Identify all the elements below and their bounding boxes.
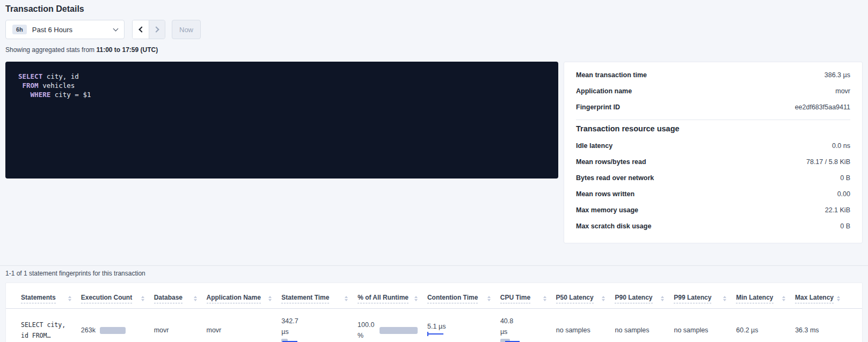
- statement-time-bar-chart: [281, 339, 303, 342]
- resource-row: Bytes read over network 0 B: [576, 170, 850, 186]
- column-header-label[interactable]: Min Latency: [736, 294, 773, 303]
- chevron-down-icon: [113, 26, 119, 31]
- sql-text: vehicles: [39, 81, 75, 90]
- column-header-statements[interactable]: Statements: [21, 294, 81, 303]
- summary-label: Fingerprint ID: [576, 103, 620, 111]
- p50-latency-cell: no samples: [556, 326, 615, 334]
- column-header-statement-time[interactable]: Statement Time: [281, 294, 358, 303]
- statement-fingerprint-link[interactable]: SELECT city,id FROM…: [21, 319, 71, 341]
- column-header-cpu-time[interactable]: CPU Time: [500, 294, 556, 303]
- sort-icon[interactable]: [782, 296, 785, 302]
- sort-icon[interactable]: [543, 296, 546, 302]
- sort-icon[interactable]: [723, 296, 726, 302]
- sort-icon[interactable]: [68, 296, 71, 302]
- column-header-max-latency[interactable]: Max Latency: [795, 294, 847, 303]
- previous-interval-button[interactable]: [133, 20, 149, 39]
- sort-icon[interactable]: [661, 296, 664, 302]
- execution-count-bar: [100, 327, 126, 334]
- column-header-execution-count[interactable]: Execution Count: [81, 294, 154, 303]
- column-header-label[interactable]: Max Latency: [795, 294, 834, 303]
- cpu-time-bar-chart: [500, 339, 522, 342]
- contention-time-bar-chart: [427, 332, 449, 338]
- resource-value: 0 B: [840, 174, 850, 182]
- resource-label: Max memory usage: [576, 206, 638, 214]
- column-header-percent-runtime[interactable]: % of All Runtime: [358, 294, 427, 303]
- statement-line: SELECT city,: [21, 321, 65, 329]
- now-button[interactable]: Now: [172, 20, 201, 39]
- divider: [576, 120, 850, 120]
- column-header-label[interactable]: CPU Time: [500, 294, 530, 303]
- chevron-left-icon: [138, 26, 144, 32]
- aggregation-range-prefix: Showing aggregated stats from: [5, 46, 94, 54]
- column-header-label[interactable]: Statement Time: [281, 294, 329, 303]
- resource-value: 0.00: [837, 190, 850, 198]
- summary-row: Application name movr: [576, 83, 850, 99]
- resource-label: Mean rows written: [576, 190, 634, 198]
- sort-icon[interactable]: [837, 296, 840, 302]
- resource-value: 78.17 / 5.8 KiB: [806, 158, 850, 166]
- sort-icon[interactable]: [194, 296, 197, 302]
- summary-value: ee2df683f5aa9411: [795, 103, 850, 111]
- statement-time-cell: 342.7µs: [281, 316, 358, 342]
- max-latency-cell: 36.3 ms: [795, 326, 847, 334]
- column-header-p90-latency[interactable]: P90 Latency: [615, 294, 674, 303]
- statements-table: Statements Execution Count Database Appl…: [5, 282, 863, 342]
- chevron-right-icon: [153, 26, 159, 32]
- column-header-label[interactable]: Database: [154, 294, 183, 303]
- resource-usage-heading: Transaction resource usage: [576, 124, 850, 133]
- summary-label: Mean transaction time: [576, 71, 647, 79]
- column-header-label[interactable]: P99 Latency: [674, 294, 711, 303]
- column-header-p99-latency[interactable]: P99 Latency: [674, 294, 736, 303]
- percent-runtime-value: 100.0%: [358, 319, 374, 341]
- column-header-label[interactable]: % of All Runtime: [358, 294, 409, 303]
- database-cell: movr: [154, 326, 207, 334]
- execution-count-cell: 263k: [81, 326, 154, 334]
- sql-line: WHERE city = $1: [18, 90, 545, 99]
- resource-label: Mean rows/bytes read: [576, 158, 646, 166]
- contention-time-value: 5.1 µs: [427, 323, 491, 330]
- column-header-label[interactable]: Contention Time: [427, 294, 478, 303]
- column-header-min-latency[interactable]: Min Latency: [736, 294, 795, 303]
- table-row: SELECT city,id FROM… 263k movr movr 342.…: [6, 309, 862, 342]
- column-header-p50-latency[interactable]: P50 Latency: [556, 294, 615, 303]
- summary-label: Application name: [576, 87, 632, 95]
- divider: [0, 265, 868, 266]
- sql-keyword: WHERE: [31, 91, 51, 99]
- sort-icon[interactable]: [345, 296, 348, 302]
- time-range-dropdown[interactable]: 6h Past 6 Hours: [5, 20, 125, 39]
- column-header-label[interactable]: P50 Latency: [556, 294, 594, 303]
- next-interval-button[interactable]: [149, 20, 165, 39]
- resource-row: Mean rows written 0.00: [576, 186, 850, 202]
- sort-icon[interactable]: [268, 296, 272, 302]
- sql-keyword: FROM: [23, 81, 39, 90]
- execution-count-value: 263k: [81, 326, 96, 334]
- table-header-row: Statements Execution Count Database Appl…: [6, 283, 862, 309]
- aggregation-range-value: 11:00 to 17:59 (UTC): [96, 46, 158, 54]
- application-name-cell: movr: [207, 326, 282, 334]
- stddev-line: [427, 333, 443, 334]
- contention-time-cell: 5.1 µs: [427, 323, 500, 338]
- cpu-time-value: 40.8µs: [500, 316, 546, 337]
- cpu-time-cell: 40.8µs: [500, 316, 556, 342]
- sort-icon[interactable]: [141, 296, 144, 302]
- summary-row: Fingerprint ID ee2df683f5aa9411: [576, 99, 850, 115]
- column-header-application-name[interactable]: Application Name: [207, 294, 282, 303]
- resource-value: 0.0 ns: [832, 142, 850, 150]
- percent-runtime-bar: [380, 327, 418, 334]
- column-header-label[interactable]: Execution Count: [81, 294, 132, 303]
- aggregation-range-text: Showing aggregated stats from 11:00 to 1…: [5, 46, 863, 54]
- statement-count-text: 1-1 of 1 statement fingerprints for this…: [5, 270, 863, 277]
- statement-line: id FROM…: [21, 332, 50, 339]
- sql-text: city, id: [42, 72, 79, 80]
- column-header-label[interactable]: Application Name: [207, 294, 261, 303]
- sort-icon[interactable]: [602, 296, 605, 302]
- sort-icon[interactable]: [487, 296, 491, 302]
- column-header-label[interactable]: Statements: [21, 294, 56, 303]
- column-header-label[interactable]: P90 Latency: [615, 294, 652, 303]
- sql-line: SELECT city, id: [18, 72, 545, 81]
- resource-value: 22.1 KiB: [825, 206, 850, 214]
- column-header-contention-time[interactable]: Contention Time: [427, 294, 500, 303]
- column-header-database[interactable]: Database: [154, 294, 207, 303]
- sort-icon[interactable]: [414, 296, 418, 302]
- main-content: SELECT city, id FROM vehicles WHERE city…: [5, 62, 863, 243]
